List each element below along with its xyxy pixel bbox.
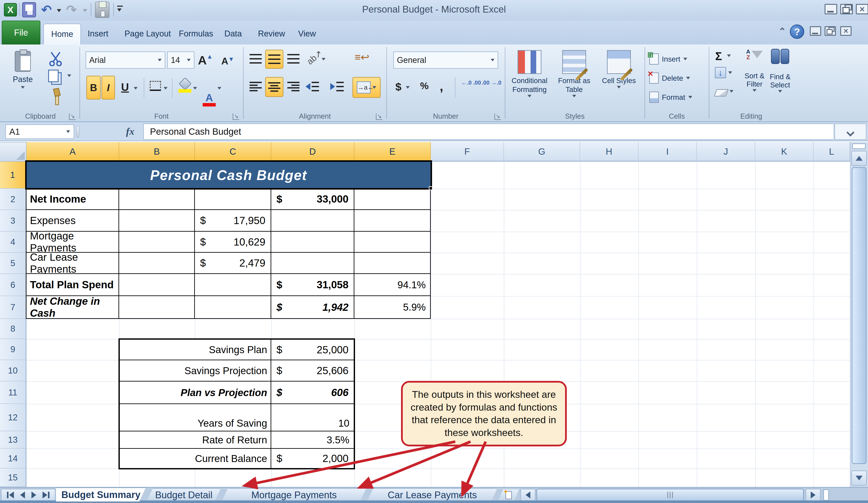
column-header-C[interactable]: C: [195, 142, 271, 161]
column-header-L[interactable]: L: [814, 142, 850, 161]
cell-d2[interactable]: $33,000: [271, 189, 354, 209]
bottom-align-icon[interactable]: [287, 54, 299, 64]
column-header-K[interactable]: K: [755, 142, 814, 161]
merge-center-button[interactable]: →a←: [352, 77, 381, 98]
cell-c3[interactable]: $17,950: [195, 210, 271, 231]
cell-e3[interactable]: [354, 210, 430, 231]
row-header-12[interactable]: 12: [0, 404, 27, 431]
column-header-A[interactable]: A: [27, 142, 119, 161]
previous-sheet-button[interactable]: [20, 492, 25, 499]
top-align-icon[interactable]: [249, 54, 262, 64]
cell-c4[interactable]: $10,629: [195, 232, 271, 252]
copy-icon[interactable]: [48, 70, 59, 82]
sheet-tab-budget-summary[interactable]: Budget Summary: [56, 488, 146, 502]
bold-button[interactable]: B: [86, 76, 101, 99]
cell-b6[interactable]: [119, 274, 194, 295]
accounting-format-icon[interactable]: $: [395, 81, 402, 93]
copy-dropdown-icon[interactable]: [67, 74, 71, 77]
column-header-J[interactable]: J: [697, 142, 755, 161]
restore-window-icon[interactable]: [825, 26, 836, 36]
sheet-tab-car-lease-payments[interactable]: Car Lease Payments: [367, 488, 497, 501]
insert-worksheet-button[interactable]: [498, 489, 519, 501]
middle-align-button[interactable]: [265, 50, 283, 69]
cell-c7[interactable]: [195, 296, 271, 318]
restore-button[interactable]: [840, 4, 853, 14]
formula-bar-splitter[interactable]: [76, 126, 80, 138]
name-box[interactable]: A1: [5, 124, 74, 139]
row-header-10[interactable]: 10: [0, 360, 27, 381]
cell-d13[interactable]: 3.5%: [271, 431, 354, 448]
orientation-dropdown-icon[interactable]: [322, 58, 326, 61]
paste-dropdown-icon[interactable]: [21, 86, 25, 89]
cell-d11[interactable]: $606: [271, 381, 354, 404]
last-sheet-button[interactable]: [42, 492, 50, 499]
cell-b7[interactable]: [119, 296, 194, 318]
conditional-formatting-button[interactable]: Conditional Formatting: [508, 49, 551, 114]
increase-indent-icon[interactable]: [330, 82, 344, 91]
font-dialog-launcher[interactable]: ↘: [232, 113, 239, 120]
borders-icon[interactable]: [150, 81, 161, 91]
tab-review[interactable]: Review: [251, 24, 292, 44]
cell-b2[interactable]: [119, 189, 194, 209]
clear-icon[interactable]: [714, 89, 729, 96]
find-select-button[interactable]: Find & Select: [768, 49, 792, 93]
alignment-dialog-launcher[interactable]: ↘: [376, 113, 382, 120]
tab-formulas[interactable]: Formulas: [172, 24, 220, 44]
number-format-select[interactable]: General: [393, 51, 498, 69]
cell-a7[interactable]: Net Change in Cash: [27, 296, 118, 318]
row-header-3[interactable]: 3: [0, 210, 27, 232]
vertical-scrollbar[interactable]: [850, 142, 868, 487]
format-cells-button[interactable]: Format: [649, 90, 692, 104]
tab-insert[interactable]: Insert: [80, 24, 116, 44]
sheet-tab-budget-detail[interactable]: Budget Detail: [147, 488, 221, 501]
cell-e5[interactable]: [354, 253, 430, 273]
tab-home[interactable]: Home: [43, 24, 81, 44]
row-header-11[interactable]: 11: [0, 381, 27, 404]
font-color-dropdown-icon[interactable]: [217, 87, 221, 90]
cell-b12[interactable]: Years of Saving: [120, 404, 271, 431]
align-left-icon[interactable]: [249, 82, 262, 91]
cell-b10[interactable]: Savings Projection: [120, 360, 271, 381]
cell-b14[interactable]: Current Balance: [120, 449, 271, 468]
column-header-G[interactable]: G: [504, 142, 580, 161]
horizontal-scroll-thumb[interactable]: [536, 489, 804, 501]
formula-input[interactable]: Personal Cash Budget: [143, 123, 833, 140]
fill-dropdown-icon[interactable]: [728, 71, 732, 74]
grow-font-icon[interactable]: A▲: [198, 53, 213, 67]
cell-d14[interactable]: $2,000: [271, 449, 354, 468]
autosum-icon[interactable]: Σ: [715, 50, 722, 63]
cell-a4[interactable]: Mortgage Payments: [27, 232, 118, 252]
insert-function-icon[interactable]: fx: [122, 124, 139, 139]
underline-dropdown-icon[interactable]: [134, 87, 137, 90]
cell-a5[interactable]: Car Lease Payments: [27, 253, 118, 273]
cell-b3[interactable]: [119, 210, 194, 231]
column-header-F[interactable]: F: [431, 142, 504, 161]
scroll-down-button[interactable]: [851, 470, 867, 486]
cell-b9[interactable]: Savings Plan: [120, 340, 271, 360]
cell-d5[interactable]: [271, 253, 354, 273]
tab-data[interactable]: Data: [217, 24, 249, 44]
delete-cells-button[interactable]: ✕ Delete: [649, 71, 690, 85]
decrease-indent-icon[interactable]: [306, 82, 319, 91]
hscroll-right-button[interactable]: [806, 489, 821, 501]
format-painter-icon[interactable]: [47, 88, 64, 107]
row-header-15[interactable]: 15: [0, 469, 27, 487]
cell-b11[interactable]: Plan vs Projection: [120, 381, 271, 404]
tab-file[interactable]: File: [2, 21, 40, 44]
fill-color-dropdown-icon[interactable]: [193, 87, 197, 90]
align-right-icon[interactable]: [287, 82, 299, 91]
percent-style-icon[interactable]: %: [420, 81, 428, 91]
row-header-1[interactable]: 1: [0, 161, 27, 189]
number-dialog-launcher[interactable]: ↘: [494, 113, 501, 120]
orientation-icon[interactable]: ab↗: [305, 48, 324, 66]
next-sheet-button[interactable]: [31, 492, 36, 499]
cell-d10[interactable]: $25,606: [271, 360, 354, 381]
font-name-select[interactable]: Arial: [85, 51, 165, 69]
decrease-decimal-icon[interactable]: .00 →.0: [479, 80, 504, 86]
help-icon[interactable]: [790, 24, 804, 39]
shrink-font-icon[interactable]: A▼: [221, 56, 234, 66]
cell-a6[interactable]: Total Plan Spend: [27, 274, 118, 295]
split-handle[interactable]: [852, 143, 866, 149]
row-header-13[interactable]: 13: [0, 431, 27, 449]
sort-filter-button[interactable]: AZ Sort & Filter: [743, 49, 766, 92]
